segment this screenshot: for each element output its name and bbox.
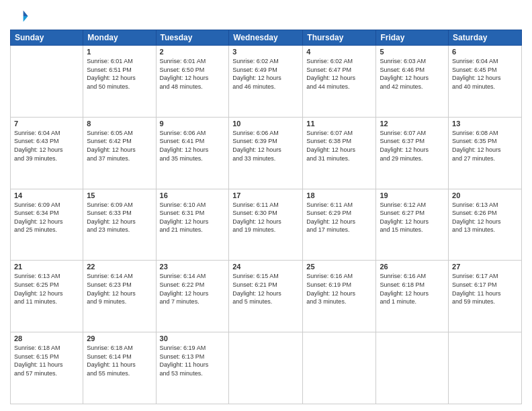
calendar-cell: 18Sunrise: 6:11 AM Sunset: 6:29 PM Dayli…: [303, 189, 376, 261]
calendar-cell: 22Sunrise: 6:14 AM Sunset: 6:23 PM Dayli…: [83, 261, 156, 332]
calendar-cell: 20Sunrise: 6:13 AM Sunset: 6:26 PM Dayli…: [449, 189, 522, 261]
day-number: 22: [87, 263, 152, 271]
header-day: Monday: [83, 30, 156, 46]
day-info: Sunrise: 6:05 AM Sunset: 6:42 PM Dayligh…: [87, 129, 152, 163]
day-info: Sunrise: 6:13 AM Sunset: 6:26 PM Dayligh…: [452, 201, 518, 234]
logo: [10, 7, 32, 26]
calendar-cell: 8Sunrise: 6:05 AM Sunset: 6:42 PM Daylig…: [83, 117, 156, 189]
calendar-cell: 17Sunrise: 6:11 AM Sunset: 6:30 PM Dayli…: [229, 189, 303, 261]
header-day: Sunday: [11, 30, 83, 46]
calendar-cell: [303, 332, 376, 404]
day-info: Sunrise: 6:06 AM Sunset: 6:41 PM Dayligh…: [160, 129, 226, 163]
day-number: 27: [452, 263, 518, 271]
calendar-week: 7Sunrise: 6:04 AM Sunset: 6:43 PM Daylig…: [11, 117, 522, 189]
day-info: Sunrise: 6:18 AM Sunset: 6:14 PM Dayligh…: [87, 344, 152, 377]
day-number: 18: [306, 191, 372, 199]
calendar-cell: [11, 46, 83, 118]
calendar-week: 28Sunrise: 6:18 AM Sunset: 6:15 PM Dayli…: [11, 332, 522, 404]
calendar-cell: 23Sunrise: 6:14 AM Sunset: 6:22 PM Dayli…: [156, 261, 229, 332]
calendar-cell: [376, 332, 449, 404]
header-day: Thursday: [303, 30, 376, 46]
day-number: 1: [87, 48, 152, 56]
day-info: Sunrise: 6:14 AM Sunset: 6:23 PM Dayligh…: [87, 272, 152, 306]
calendar-week: 21Sunrise: 6:13 AM Sunset: 6:25 PM Dayli…: [11, 261, 522, 332]
day-number: 21: [14, 263, 79, 271]
day-number: 23: [160, 263, 226, 271]
calendar-cell: 12Sunrise: 6:07 AM Sunset: 6:37 PM Dayli…: [376, 117, 449, 189]
day-info: Sunrise: 6:17 AM Sunset: 6:17 PM Dayligh…: [452, 272, 518, 306]
day-info: Sunrise: 6:18 AM Sunset: 6:15 PM Dayligh…: [14, 344, 79, 377]
calendar-header: SundayMondayTuesdayWednesdayThursdayFrid…: [11, 30, 522, 46]
calendar-cell: 16Sunrise: 6:10 AM Sunset: 6:31 PM Dayli…: [156, 189, 229, 261]
calendar-cell: 14Sunrise: 6:09 AM Sunset: 6:34 PM Dayli…: [11, 189, 83, 261]
day-info: Sunrise: 6:07 AM Sunset: 6:37 PM Dayligh…: [380, 129, 445, 163]
logo-icon: [10, 7, 29, 26]
calendar-week: 14Sunrise: 6:09 AM Sunset: 6:34 PM Dayli…: [11, 189, 522, 261]
day-number: 29: [87, 334, 152, 342]
day-info: Sunrise: 6:06 AM Sunset: 6:39 PM Dayligh…: [232, 129, 299, 163]
day-number: 3: [232, 48, 299, 56]
day-info: Sunrise: 6:08 AM Sunset: 6:35 PM Dayligh…: [452, 129, 518, 163]
day-number: 25: [306, 263, 372, 271]
calendar-cell: 15Sunrise: 6:09 AM Sunset: 6:33 PM Dayli…: [83, 189, 156, 261]
calendar-cell: 7Sunrise: 6:04 AM Sunset: 6:43 PM Daylig…: [11, 117, 83, 189]
calendar-cell: 9Sunrise: 6:06 AM Sunset: 6:41 PM Daylig…: [156, 117, 229, 189]
day-number: 28: [14, 334, 79, 342]
day-number: 15: [87, 191, 152, 199]
day-info: Sunrise: 6:10 AM Sunset: 6:31 PM Dayligh…: [160, 201, 226, 234]
svg-marker-1: [24, 16, 28, 21]
calendar-cell: 28Sunrise: 6:18 AM Sunset: 6:15 PM Dayli…: [11, 332, 83, 404]
calendar-cell: 6Sunrise: 6:04 AM Sunset: 6:45 PM Daylig…: [449, 46, 522, 118]
day-info: Sunrise: 6:13 AM Sunset: 6:25 PM Dayligh…: [14, 272, 79, 306]
day-number: 5: [380, 48, 445, 56]
day-info: Sunrise: 6:09 AM Sunset: 6:34 PM Dayligh…: [14, 201, 79, 234]
day-number: 10: [232, 120, 299, 128]
calendar-cell: 5Sunrise: 6:03 AM Sunset: 6:46 PM Daylig…: [376, 46, 449, 118]
header-day: Tuesday: [156, 30, 229, 46]
day-number: 17: [232, 191, 299, 199]
day-number: 13: [452, 120, 518, 128]
svg-marker-0: [24, 11, 28, 16]
calendar-cell: 30Sunrise: 6:19 AM Sunset: 6:13 PM Dayli…: [156, 332, 229, 404]
day-info: Sunrise: 6:09 AM Sunset: 6:33 PM Dayligh…: [87, 201, 152, 234]
calendar-cell: 26Sunrise: 6:16 AM Sunset: 6:18 PM Dayli…: [376, 261, 449, 332]
calendar-cell: 3Sunrise: 6:02 AM Sunset: 6:49 PM Daylig…: [229, 46, 303, 118]
day-info: Sunrise: 6:04 AM Sunset: 6:43 PM Dayligh…: [14, 129, 79, 163]
day-number: 2: [160, 48, 226, 56]
day-number: 8: [87, 120, 152, 128]
day-info: Sunrise: 6:11 AM Sunset: 6:30 PM Dayligh…: [232, 201, 299, 234]
calendar-cell: 11Sunrise: 6:07 AM Sunset: 6:38 PM Dayli…: [303, 117, 376, 189]
day-info: Sunrise: 6:07 AM Sunset: 6:38 PM Dayligh…: [306, 129, 372, 163]
day-number: 30: [160, 334, 226, 342]
day-info: Sunrise: 6:01 AM Sunset: 6:50 PM Dayligh…: [160, 57, 226, 91]
day-info: Sunrise: 6:19 AM Sunset: 6:13 PM Dayligh…: [160, 344, 226, 377]
calendar-cell: 4Sunrise: 6:02 AM Sunset: 6:47 PM Daylig…: [303, 46, 376, 118]
day-number: 12: [380, 120, 445, 128]
day-number: 16: [160, 191, 226, 199]
calendar-cell: [229, 332, 303, 404]
calendar-cell: 10Sunrise: 6:06 AM Sunset: 6:39 PM Dayli…: [229, 117, 303, 189]
day-number: 26: [380, 263, 445, 271]
header-day: Saturday: [449, 30, 522, 46]
calendar-cell: 21Sunrise: 6:13 AM Sunset: 6:25 PM Dayli…: [11, 261, 83, 332]
day-info: Sunrise: 6:14 AM Sunset: 6:22 PM Dayligh…: [160, 272, 226, 306]
header-day: Friday: [376, 30, 449, 46]
day-info: Sunrise: 6:02 AM Sunset: 6:49 PM Dayligh…: [232, 57, 299, 91]
day-number: 20: [452, 191, 518, 199]
calendar-week: 1Sunrise: 6:01 AM Sunset: 6:51 PM Daylig…: [11, 46, 522, 118]
day-info: Sunrise: 6:02 AM Sunset: 6:47 PM Dayligh…: [306, 57, 372, 91]
calendar-table: SundayMondayTuesdayWednesdayThursdayFrid…: [10, 30, 522, 404]
calendar-cell: [449, 332, 522, 404]
day-info: Sunrise: 6:01 AM Sunset: 6:51 PM Dayligh…: [87, 57, 152, 91]
header-day: Wednesday: [229, 30, 303, 46]
calendar-cell: 1Sunrise: 6:01 AM Sunset: 6:51 PM Daylig…: [83, 46, 156, 118]
day-number: 24: [232, 263, 299, 271]
day-number: 14: [14, 191, 79, 199]
calendar-cell: 19Sunrise: 6:12 AM Sunset: 6:27 PM Dayli…: [376, 189, 449, 261]
day-info: Sunrise: 6:12 AM Sunset: 6:27 PM Dayligh…: [380, 201, 445, 234]
calendar-cell: 2Sunrise: 6:01 AM Sunset: 6:50 PM Daylig…: [156, 46, 229, 118]
calendar-cell: 13Sunrise: 6:08 AM Sunset: 6:35 PM Dayli…: [449, 117, 522, 189]
calendar-cell: 24Sunrise: 6:15 AM Sunset: 6:21 PM Dayli…: [229, 261, 303, 332]
day-info: Sunrise: 6:04 AM Sunset: 6:45 PM Dayligh…: [452, 57, 518, 91]
header-row: SundayMondayTuesdayWednesdayThursdayFrid…: [11, 30, 522, 46]
